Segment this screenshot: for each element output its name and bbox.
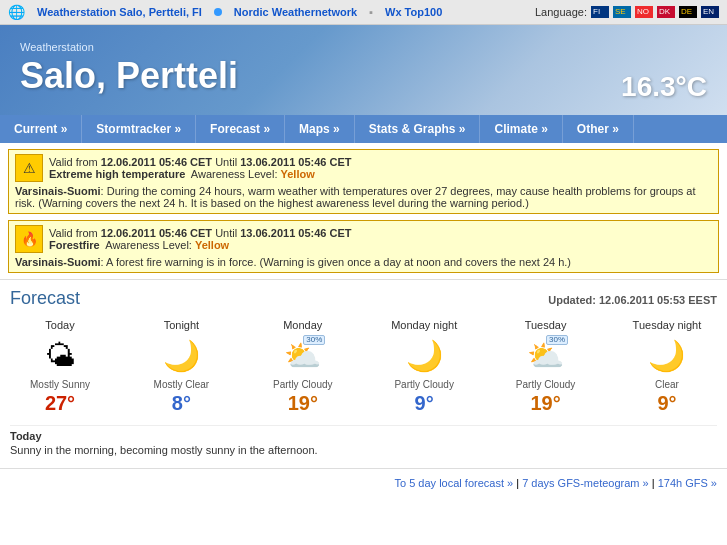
precip-badge-4: 30% <box>546 335 568 345</box>
alert1-from: 12.06.2011 05:46 CET <box>101 156 212 168</box>
nav-item-maps[interactable]: Maps » <box>285 115 355 143</box>
forecast-icon-1: 🌙 <box>163 337 200 375</box>
weather-icon-3: 🌙 <box>406 341 443 371</box>
top100-link-text: Wx Top100 <box>385 6 442 18</box>
separator1: ▪ <box>369 6 373 18</box>
forecast-desc-1: Mostly Clear <box>154 379 210 390</box>
forecast-col-3: Monday night🌙Partly Cloudy9° <box>374 319 474 415</box>
today-label: Today <box>10 430 717 442</box>
flag-de[interactable]: DE <box>679 6 697 18</box>
alert-header-2: 🔥 Valid from 12.06.2011 05:46 CET Until … <box>15 225 712 253</box>
site-link[interactable]: Weatherstation Salo, Pertteli, FI <box>37 6 202 18</box>
dot-separator1 <box>214 8 222 16</box>
today-desc-text: Sunny in the morning, becoming mostly su… <box>10 444 318 456</box>
nav-item-climate[interactable]: Climate » <box>480 115 562 143</box>
alert-forestfire: 🔥 Valid from 12.06.2011 05:46 CET Until … <box>8 220 719 273</box>
updated-label: Updated: <box>548 294 596 306</box>
city-name: Salo, Pertteli <box>20 55 707 97</box>
language-label: Language: <box>535 6 587 18</box>
alert-dates-1: Valid from 12.06.2011 05:46 CET Until 13… <box>49 156 352 168</box>
nav-item-stormtracker[interactable]: Stormtracker » <box>82 115 196 143</box>
forecast-day-label-5: Tuesday night <box>633 319 702 331</box>
today-description: Today Sunny in the morning, becoming mos… <box>10 425 717 460</box>
station-label: Weatherstation <box>20 41 707 53</box>
forecast-col-5: Tuesday night🌙Clear9° <box>617 319 717 415</box>
alert2-level: Yellow <box>195 239 229 251</box>
forecast-day-label-1: Tonight <box>164 319 199 331</box>
forecast-day-label-2: Monday <box>283 319 322 331</box>
precip-badge-2: 30% <box>303 335 325 345</box>
flag-fi[interactable]: FI <box>591 6 609 18</box>
forecast-desc-5: Clear <box>655 379 679 390</box>
forecast-day-label-3: Monday night <box>391 319 457 331</box>
forecast-temp-3: 9° <box>415 392 434 415</box>
topbar-left: 🌐 Weatherstation Salo, Pertteli, FI Nord… <box>8 4 442 20</box>
forecast-updated: Updated: 12.06.2011 05:53 EEST <box>548 294 717 306</box>
forecast-temp-4: 19° <box>530 392 560 415</box>
language-section: Language: FI SE NO DK DE EN <box>535 6 719 18</box>
forecast-day-label-0: Today <box>45 319 74 331</box>
alert-extreme-heat: ⚠ Valid from 12.06.2011 05:46 CET Until … <box>8 149 719 214</box>
forecast-section: Forecast Updated: 12.06.2011 05:53 EEST … <box>0 279 727 468</box>
alert-icon-1: ⚠ <box>15 154 43 182</box>
forecast-temp-2: 19° <box>288 392 318 415</box>
alert1-level: Yellow <box>281 168 315 180</box>
current-temperature: 16.3°C <box>621 71 707 103</box>
forecast-temp-5: 9° <box>657 392 676 415</box>
nav-item-forecast[interactable]: Forecast » <box>196 115 285 143</box>
forecast-day-label-4: Tuesday <box>525 319 567 331</box>
forecast-col-2: Monday⛅30%Partly Cloudy19° <box>253 319 353 415</box>
forecast-col-0: Today🌤Mostly Sunny27° <box>10 319 110 415</box>
forecast-icon-0: 🌤 <box>45 337 75 375</box>
gfs-meteogram-link[interactable]: 7 days GFS-meteogram » <box>522 477 649 489</box>
forecast-desc-0: Mostly Sunny <box>30 379 90 390</box>
nav-item-stats[interactable]: Stats & Graphs » <box>355 115 481 143</box>
alert2-from: 12.06.2011 05:46 CET <box>101 227 212 239</box>
forecast-desc-2: Partly Cloudy <box>273 379 332 390</box>
alert1-type: Extreme high temperature <box>49 168 185 180</box>
forecast-icon-5: 🌙 <box>648 337 685 375</box>
alert-header-1: ⚠ Valid from 12.06.2011 05:46 CET Until … <box>15 154 712 182</box>
nav-item-other[interactable]: Other » <box>563 115 634 143</box>
alert-body-2: Varsinais-Suomi: A forest fire warning i… <box>15 256 712 268</box>
forecast-col-4: Tuesday⛅30%Partly Cloudy19° <box>496 319 596 415</box>
weather-icon-4: ⛅ <box>527 341 564 371</box>
flag-en[interactable]: EN <box>701 6 719 18</box>
flag-se[interactable]: SE <box>613 6 631 18</box>
forecast-title: Forecast <box>10 288 80 309</box>
flag-dk[interactable]: DK <box>657 6 675 18</box>
forecast-header: Forecast Updated: 12.06.2011 05:53 EEST <box>10 288 717 309</box>
forecast-desc-3: Partly Cloudy <box>394 379 453 390</box>
flag-no[interactable]: NO <box>635 6 653 18</box>
site-link-text: Weatherstation Salo, Pertteli, FI <box>37 6 202 18</box>
alert2-desc: A forest fire warning is in force. (Warn… <box>106 256 571 268</box>
weather-icon-2: ⛅ <box>284 341 321 371</box>
alert-body-1: Varsinais-Suomi: During the coming 24 ho… <box>15 185 712 209</box>
alert1-region: Varsinais-Suomi <box>15 185 101 197</box>
weather-icon-0: 🌤 <box>45 341 75 371</box>
alert2-until: 13.06.2011 05:46 CET <box>240 227 351 239</box>
alert-meta-1: Valid from 12.06.2011 05:46 CET Until 13… <box>49 156 352 180</box>
topbar: 🌐 Weatherstation Salo, Pertteli, FI Nord… <box>0 0 727 25</box>
alert2-type: Forestfire <box>49 239 100 251</box>
forecast-5day-link[interactable]: To 5 day local forecast » <box>395 477 514 489</box>
footer-links: To 5 day local forecast » | 7 days GFS-m… <box>0 468 727 497</box>
alert-dates-2: Valid from 12.06.2011 05:46 CET Until 13… <box>49 227 352 239</box>
alert1-desc: During the coming 24 hours, warm weather… <box>15 185 696 209</box>
weather-icon-1: 🌙 <box>163 341 200 371</box>
nav-item-current[interactable]: Current » <box>0 115 82 143</box>
gfs174-link[interactable]: 174h GFS » <box>658 477 717 489</box>
forecast-temp-1: 8° <box>172 392 191 415</box>
alert2-region: Varsinais-Suomi <box>15 256 101 268</box>
forecast-temp-0: 27° <box>45 392 75 415</box>
forecast-icon-4: ⛅30% <box>527 337 564 375</box>
top100-link[interactable]: Wx Top100 <box>385 6 442 18</box>
network-link[interactable]: Nordic Weathernetwork <box>234 6 357 18</box>
alert1-until: 13.06.2011 05:46 CET <box>240 156 351 168</box>
forecast-col-1: Tonight🌙Mostly Clear8° <box>131 319 231 415</box>
alert-meta-2: Valid from 12.06.2011 05:46 CET Until 13… <box>49 227 352 251</box>
alert-icon-2: 🔥 <box>15 225 43 253</box>
navigation-bar: Current »Stormtracker »Forecast »Maps »S… <box>0 115 727 143</box>
updated-value: 12.06.2011 05:53 EEST <box>599 294 717 306</box>
site-icon: 🌐 <box>8 4 25 20</box>
